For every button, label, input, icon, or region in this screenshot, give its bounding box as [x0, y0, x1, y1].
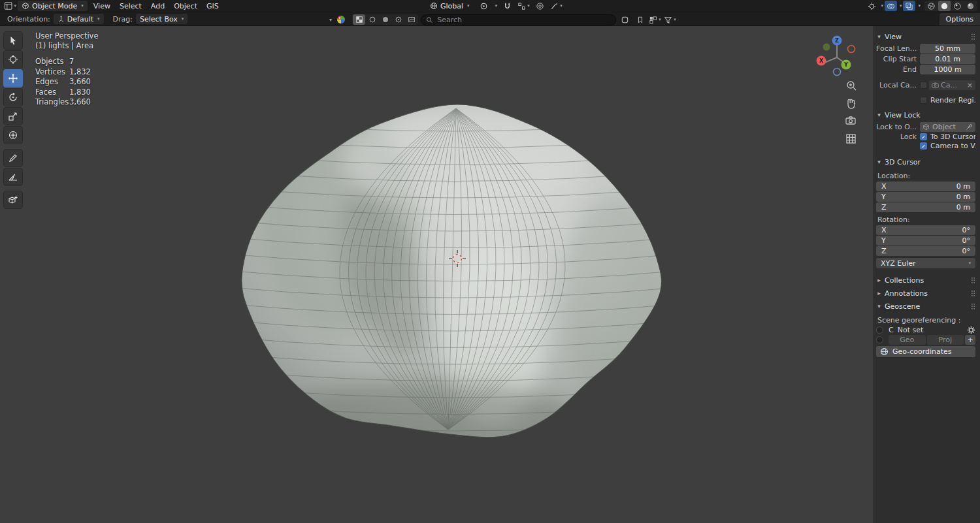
local-camera-checkbox[interactable]: [920, 82, 927, 89]
cursor-location-x-field[interactable]: X 0 m: [876, 182, 975, 191]
shading-solid-button[interactable]: [938, 1, 951, 11]
cursor-rotation-x-field[interactable]: X 0°: [876, 225, 975, 235]
display-render-button[interactable]: [405, 14, 417, 25]
show-gizmo-button[interactable]: [866, 1, 878, 11]
caret-icon[interactable]: ▾: [495, 3, 498, 8]
shading-wireframe-button[interactable]: [925, 1, 938, 11]
section-view-lock[interactable]: ▾ View Lock: [876, 108, 975, 121]
pivot-point-button[interactable]: [478, 1, 490, 11]
proportional-editing-button[interactable]: [534, 1, 546, 11]
tool-add-cube[interactable]: [3, 191, 23, 209]
menu-view[interactable]: View: [89, 2, 115, 10]
shading-material-button[interactable]: [951, 1, 964, 11]
3d-viewport[interactable]: Z X Y: [0, 26, 874, 523]
mode-selector[interactable]: Object Mode ▾: [18, 1, 88, 11]
panel-grip-icon[interactable]: [971, 33, 975, 40]
focal-length-label: Focal Len...: [876, 44, 920, 53]
falloff-button[interactable]: ▾: [550, 1, 563, 11]
section-3d-cursor[interactable]: ▾ 3D Cursor: [876, 155, 975, 168]
menu-object[interactable]: Object: [169, 2, 202, 10]
camera-to-view-checkbox[interactable]: ✓: [920, 142, 927, 150]
geo-radio[interactable]: [876, 336, 883, 343]
panel-grip-icon[interactable]: [971, 303, 975, 309]
menu-gis[interactable]: GIS: [202, 2, 223, 10]
zoom-button[interactable]: [847, 82, 856, 90]
tool-annotate[interactable]: [3, 149, 23, 167]
caret-icon[interactable]: ▾: [918, 3, 921, 8]
display-material-button[interactable]: [392, 14, 404, 25]
display-shaded-button[interactable]: [379, 14, 391, 25]
pan-button[interactable]: [848, 99, 855, 108]
tool-select-box[interactable]: [3, 31, 23, 50]
tool-move[interactable]: [3, 69, 23, 87]
toggle-ortho-button[interactable]: [847, 135, 855, 143]
add-crs-button[interactable]: +: [965, 335, 975, 345]
navigation-gizmo[interactable]: Z X Y: [817, 36, 855, 76]
gizmo-neg-x-ball[interactable]: [848, 46, 855, 53]
search-input[interactable]: [436, 15, 611, 25]
search-box[interactable]: [421, 14, 616, 25]
section-annotations[interactable]: ▸ Annotations: [876, 287, 975, 300]
clip-start-field[interactable]: 0.01 m: [920, 54, 975, 64]
editor-type-button[interactable]: ▾: [4, 1, 16, 11]
magnet-icon: [503, 2, 512, 10]
menu-select[interactable]: Select: [115, 2, 146, 10]
geo-coordinates-button[interactable]: Geo-coordinates: [876, 346, 975, 357]
cursor-rotation-y-field[interactable]: Y 0°: [876, 236, 975, 246]
annotation-marker-button[interactable]: [634, 14, 646, 25]
clear-icon[interactable]: ×: [967, 81, 973, 89]
section-geoscene[interactable]: ▾ Geoscene: [876, 300, 975, 313]
section-view[interactable]: ▾ View: [876, 30, 975, 43]
cursor-location-y-field[interactable]: Y 0 m: [876, 192, 975, 202]
cursor-rotation-z-field[interactable]: Z 0°: [876, 246, 975, 256]
drag-dropdown[interactable]: Select Box ▾: [136, 14, 188, 24]
material-preview-button[interactable]: [335, 14, 347, 25]
eyedropper-icon[interactable]: [966, 123, 973, 131]
gear-icon[interactable]: [967, 326, 975, 334]
clip-end-field[interactable]: 1000 m: [920, 65, 975, 74]
transform-orientation-dropdown[interactable]: Global ▾: [426, 1, 474, 11]
orientation-dropdown[interactable]: Default ▾: [54, 14, 104, 24]
render-region-checkbox[interactable]: [920, 97, 927, 104]
camera-view-button[interactable]: [846, 117, 855, 124]
tool-measure[interactable]: [3, 168, 23, 186]
focal-length-field[interactable]: 50 mm: [920, 44, 975, 54]
visibility-dropdown-button[interactable]: ▾: [649, 14, 661, 25]
blender-window: { "glyphs": {"caret":"▾","chev_down":"▾"…: [0, 0, 980, 523]
options-button[interactable]: Options: [939, 13, 980, 25]
cursor-location-z-field[interactable]: Z 0 m: [876, 202, 975, 212]
to-3d-cursor-checkbox[interactable]: ✓: [920, 133, 927, 140]
mirror-toggle-button[interactable]: [619, 14, 631, 25]
display-textured-button[interactable]: [353, 14, 365, 25]
lock-to-object-field[interactable]: Object: [920, 122, 975, 132]
crs-radio[interactable]: [876, 326, 883, 334]
stat-label: Triangles: [35, 97, 69, 108]
tool-transform[interactable]: [3, 126, 23, 144]
filter-dropdown-button[interactable]: ▾: [664, 14, 676, 25]
snap-toggle-button[interactable]: [501, 1, 514, 11]
show-overlays-button[interactable]: [885, 1, 897, 11]
panel-grip-icon[interactable]: [971, 277, 975, 283]
gizmo-neg-y-ball[interactable]: [823, 44, 830, 51]
scene-stats: Objects7 Vertices1,832 Edges3,660 Faces1…: [35, 57, 98, 108]
tool-scale[interactable]: [3, 107, 23, 125]
collapse-caret-icon[interactable]: ▾: [329, 17, 332, 23]
shading-rendered-button[interactable]: [964, 1, 977, 11]
snap-settings-button[interactable]: ▾: [517, 1, 530, 11]
section-collections[interactable]: ▸ Collections: [876, 274, 975, 287]
stat-label: Vertices: [35, 67, 69, 78]
caret-icon[interactable]: ▾: [881, 3, 883, 8]
toggle-xray-button[interactable]: [903, 1, 915, 11]
geo-field[interactable]: Geo: [889, 335, 926, 345]
caret-icon[interactable]: ▾: [900, 3, 902, 8]
menu-add[interactable]: Add: [146, 2, 169, 10]
tool-rotate[interactable]: [3, 88, 23, 106]
gizmo-neg-z-ball[interactable]: [834, 69, 841, 76]
panel-grip-icon[interactable]: [971, 290, 975, 296]
tool-cursor[interactable]: [3, 50, 23, 69]
display-sphere-button[interactable]: [366, 14, 378, 25]
local-camera-field[interactable]: Ca... ×: [929, 80, 975, 90]
rotation-mode-dropdown[interactable]: XYZ Euler ▾: [876, 258, 975, 268]
mesh-object[interactable]: [229, 104, 679, 454]
proj-field[interactable]: Proj: [927, 335, 964, 345]
